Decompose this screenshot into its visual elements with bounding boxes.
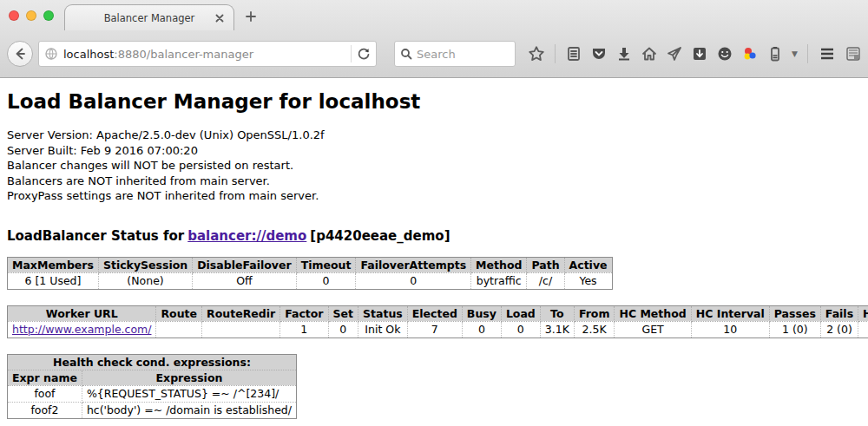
globe-icon [44,47,58,61]
urlbar-divider [351,45,352,62]
table-row: foof %{REQUEST_STATUS} =~ /^[234]/ [8,385,297,402]
battery-addon-icon[interactable] [766,45,784,62]
browser-chrome: Balancer Manager localhost:8880/balancer… [0,0,868,78]
col-passes: Passes [769,305,820,321]
toolbar-separator [807,44,808,63]
tab-close-icon[interactable] [214,13,225,23]
table-header-row: Expr name Expression [8,370,297,385]
colored-dots-addon-icon[interactable] [741,45,759,62]
loadbalancer-status-heading: LoadBalancer Status forbalancer://demo[p… [7,228,861,244]
col-busy: Busy [462,305,501,321]
tab-title: Balancer Manager [104,12,195,24]
search-icon [400,48,412,60]
col-route: Route [156,305,202,321]
col-method: Method [471,257,527,272]
table-row: http://www.example.com/ 1 0 Init Ok 7 0 … [8,321,868,338]
minimize-window-button[interactable] [26,10,36,21]
worker-table: Worker URL Route RouteRedir Factor Set S… [7,305,868,338]
feedback-smiley-icon[interactable] [716,45,733,62]
col-active: Active [564,257,612,272]
url-bar[interactable]: localhost:8880/balancer-manager [38,41,377,67]
balancer-manager-page: Load Balancer Manager for localhost Serv… [0,78,868,426]
page-title: Load Balancer Manager for localhost [7,90,861,113]
col-worker-url: Worker URL [8,305,156,321]
col-hc-interval: HC Interval [691,305,769,321]
menu-icon[interactable] [818,45,837,62]
search-input[interactable] [417,48,503,61]
url-text[interactable]: localhost:8880/balancer-manager [63,48,345,61]
toolbar-separator [555,44,556,63]
table-title-row: Health check cond. expressions: [8,354,297,370]
col-expr-name: Expr name [8,370,82,385]
server-info: Server Version: Apache/2.5.0-dev (Unix) … [7,128,861,204]
table-row: foof2 hc('body') =~ /domain is establish… [8,402,297,418]
tab-balancer-manager[interactable]: Balancer Manager [64,4,234,30]
search-bar[interactable] [394,41,516,67]
col-routeredir: RouteRedir [202,305,280,321]
new-tab-button[interactable] [243,9,259,24]
server-version-line: Server Version: Apache/2.5.0-dev (Unix) … [7,128,861,143]
bookmark-star-icon[interactable] [528,45,545,62]
col-set: Set [328,305,358,321]
col-expression: Expression [82,370,296,385]
col-timeout: Timeout [296,257,356,272]
home-icon[interactable] [641,45,658,62]
server-built-line: Server Built: Feb 9 2016 07:00:20 [7,143,861,159]
col-elected: Elected [407,305,462,321]
close-window-button[interactable] [9,10,19,21]
reading-list-icon[interactable] [565,45,582,62]
download-icon[interactable] [615,45,633,62]
inherit-notice-line: Balancers are NOT inherited from main se… [7,174,861,189]
window-controls[interactable] [9,10,54,21]
back-button[interactable] [7,41,33,67]
col-hc-method: HC Method [615,305,691,321]
table-header-row: MaxMembers StickySession DisableFailover… [8,257,613,272]
persist-notice-line: Balancer changes will NOT be persisted o… [7,158,861,174]
col-status: Status [358,305,408,321]
tab-bar: Balancer Manager [0,0,868,29]
table-header-row: Worker URL Route RouteRedir Factor Set S… [8,305,868,321]
col-from: From [574,305,615,321]
chevron-down-icon[interactable]: ▼ [792,49,798,58]
table-row: 6 [1 Used] (None) Off 0 0 bytraffic /c/ … [8,272,613,289]
col-hc-uri: HC uri [858,305,868,321]
pocket-icon[interactable] [590,45,608,62]
extension-box-icon[interactable] [691,45,708,62]
col-to: To [540,305,574,321]
balancer-settings-table: MaxMembers StickySession DisableFailover… [7,257,613,290]
col-maxmembers: MaxMembers [8,257,99,272]
proxypass-notice-line: ProxyPass settings are NOT inherited fro… [7,188,861,204]
col-stickysession: StickySession [98,257,192,272]
col-factor: Factor [280,305,328,321]
toolbar-icons: ▼ [528,44,862,63]
tiles-addon-icon[interactable] [845,45,862,62]
hc-table-title: Health check cond. expressions: [8,354,297,370]
col-fails: Fails [820,305,858,321]
send-icon[interactable] [666,45,683,62]
col-load: Load [501,305,540,321]
navigation-toolbar: localhost:8880/balancer-manager [0,29,868,78]
col-disablefailover: DisableFailover [193,257,296,272]
balancer-demo-link[interactable]: balancer://demo [187,228,306,244]
status-prefix: LoadBalancer Status for [7,228,184,244]
reload-icon[interactable] [357,47,371,61]
col-failoverattempts: FailoverAttempts [356,257,471,272]
back-icon [13,47,27,61]
health-check-expressions-table: Health check cond. expressions: Expr nam… [7,354,297,419]
zoom-window-button[interactable] [43,10,54,21]
status-suffix: [p4420eeae_demo] [310,228,450,244]
worker-url-link[interactable]: http://www.example.com/ [12,323,151,336]
col-path: Path [527,257,564,272]
